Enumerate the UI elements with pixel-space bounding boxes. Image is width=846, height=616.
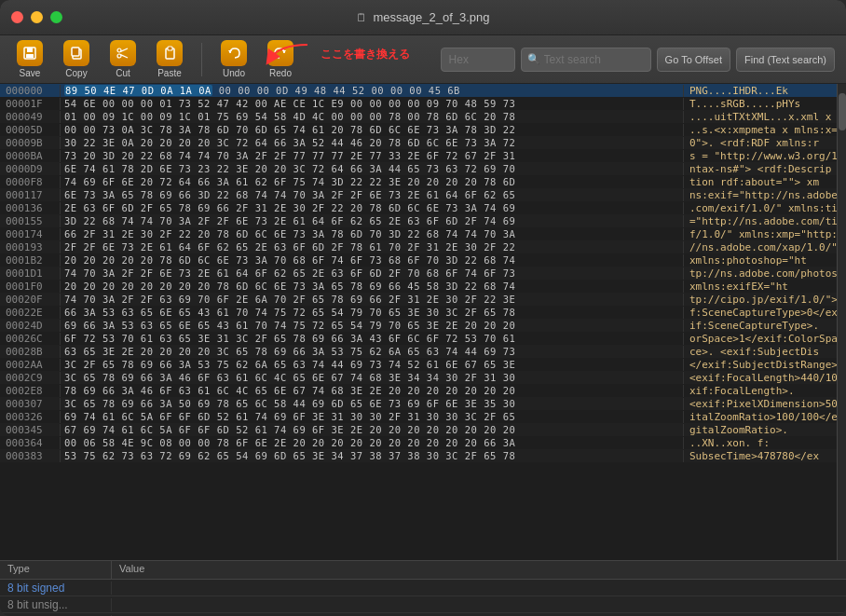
row-address: 000049 bbox=[0, 111, 61, 123]
row-hex-values: 74 69 6F 6E 20 72 64 66 3A 61 62 6F 75 7… bbox=[61, 176, 683, 187]
text-search-input[interactable] bbox=[521, 48, 651, 72]
list-item[interactable]: 8 bit unsig... bbox=[0, 596, 846, 613]
row-hex-values: 53 75 62 73 63 72 69 62 65 54 69 6D 65 3… bbox=[61, 450, 683, 461]
row-ascii-values: .com/exif/1.0/" xmlns:ti bbox=[683, 202, 837, 214]
toolbar-separator-1 bbox=[201, 43, 202, 76]
row-hex-values: 30 22 3E 0A 20 20 20 20 3C 72 64 66 3A 5… bbox=[61, 137, 683, 148]
row-ascii-values: <exif:FocalLength>440/10 bbox=[683, 372, 837, 384]
table-row[interactable]: 0002E878 69 66 3A 46 6F 63 61 6C 4C 65 6… bbox=[0, 384, 837, 397]
row-hex-values: 20 20 20 20 20 20 20 20 78 6D 6C 6E 73 3… bbox=[61, 281, 683, 292]
row-hex-values: 3D 22 68 74 74 70 3A 2F 2F 6E 73 2E 61 6… bbox=[61, 215, 683, 226]
row-address: 000117 bbox=[0, 189, 61, 201]
undo-button[interactable]: Undo bbox=[215, 40, 252, 78]
table-row[interactable]: 00001F54 6E 00 00 00 01 73 52 47 42 00 A… bbox=[0, 97, 837, 110]
table-row[interactable]: 00034567 69 74 61 6C 5A 6F 6F 6D 52 61 7… bbox=[0, 423, 837, 436]
table-row[interactable]: 00005D00 00 73 0A 3C 78 3A 78 6D 70 6D 6… bbox=[0, 123, 837, 136]
list-item[interactable]: 8 bit signed bbox=[0, 580, 846, 596]
row-hex-values: 6F 72 53 70 61 63 65 3E 31 3C 2F 65 78 6… bbox=[61, 333, 683, 344]
maximize-button[interactable] bbox=[50, 11, 62, 23]
row-hex-values: 00 00 73 0A 3C 78 3A 78 6D 70 6D 65 74 6… bbox=[61, 124, 683, 135]
minimize-button[interactable] bbox=[31, 11, 43, 23]
row-hex-values: 2E 63 6F 6D 2F 65 78 69 66 2F 31 2E 30 2… bbox=[61, 202, 683, 213]
undo-label: Undo bbox=[223, 68, 245, 78]
table-row[interactable]: 00017466 2F 31 2E 30 2F 22 20 78 6D 6C 6… bbox=[0, 227, 837, 240]
find-button[interactable]: Find (Text search) bbox=[736, 48, 835, 72]
row-ascii-values: ..s.<x:xmpmeta x mlns:x=" bbox=[683, 124, 837, 136]
row-ascii-values: T....sRGB.....pHYs bbox=[683, 98, 837, 110]
title-bar: 🗒 message_2_of_3.png bbox=[0, 0, 846, 35]
table-row[interactable]: 00020F74 70 3A 2F 2F 63 69 70 6F 2E 6A 7… bbox=[0, 293, 837, 306]
table-row[interactable]: 00000089 50 4E 47 0D 0A 1A 0A 00 00 00 0… bbox=[0, 84, 837, 97]
svg-rect-10 bbox=[168, 47, 172, 50]
row-ascii-values: SubsecTime>478780</ex bbox=[683, 450, 837, 462]
copy-icon bbox=[63, 40, 89, 66]
row-address: 0002AA bbox=[0, 359, 61, 371]
main-content: 00000089 50 4E 47 0D 0A 1A 0A 00 00 00 0… bbox=[0, 84, 846, 560]
redo-label: Redo bbox=[269, 68, 292, 78]
copy-label: Copy bbox=[65, 68, 87, 78]
table-row[interactable]: 0001932F 2F 6E 73 2E 61 64 6F 62 65 2E 6… bbox=[0, 240, 837, 253]
table-row[interactable]: 0002AA3C 2F 65 78 69 66 3A 53 75 62 6A 6… bbox=[0, 358, 837, 371]
row-hex-values: 66 2F 31 2E 30 2F 22 20 78 6D 6C 6E 73 3… bbox=[61, 228, 683, 240]
row-ascii-values: ce>. <exif:SubjectDis bbox=[683, 346, 837, 358]
table-row[interactable]: 0002C93C 65 78 69 66 3A 46 6F 63 61 6C 4… bbox=[0, 371, 837, 384]
row-ascii-values: //ns.adobe.com/xap/1.0/" bbox=[683, 241, 837, 253]
paste-label: Paste bbox=[157, 68, 182, 78]
row-address: 000326 bbox=[0, 411, 61, 423]
row-hex-values: 20 20 20 20 20 78 6D 6C 6E 73 3A 70 68 6… bbox=[61, 254, 683, 266]
hex-input[interactable] bbox=[441, 48, 515, 72]
goto-offset-button[interactable]: Go To Offset bbox=[657, 48, 730, 72]
row-address: 00009B bbox=[0, 137, 61, 149]
redo-button[interactable]: Redo bbox=[262, 40, 299, 78]
table-row[interactable]: 0001553D 22 68 74 74 70 3A 2F 2F 6E 73 2… bbox=[0, 214, 837, 227]
scrollbar[interactable] bbox=[837, 84, 846, 560]
copy-button[interactable]: Copy bbox=[58, 40, 95, 78]
table-row[interactable]: 0003073C 65 78 69 66 3A 50 69 78 65 6C 5… bbox=[0, 397, 837, 410]
table-row[interactable]: 00036400 06 58 4E 9C 08 00 00 78 6F 6E 2… bbox=[0, 436, 837, 449]
row-hex-values: 6E 73 3A 65 78 69 66 3D 22 68 74 74 70 3… bbox=[61, 189, 683, 200]
table-row[interactable]: 00028B63 65 3E 2E 20 20 20 20 3C 65 78 6… bbox=[0, 345, 837, 358]
close-button[interactable] bbox=[11, 11, 23, 23]
table-row[interactable]: 00026C6F 72 53 70 61 63 65 3E 31 3C 2F 6… bbox=[0, 332, 837, 345]
svg-point-5 bbox=[117, 48, 121, 52]
paste-button[interactable]: Paste bbox=[151, 40, 188, 78]
save-button[interactable]: Save bbox=[11, 40, 48, 78]
row-address: 0001F0 bbox=[0, 281, 61, 293]
row-address: 00024D bbox=[0, 320, 61, 332]
row-hex-values: 78 69 66 3A 46 6F 63 61 6C 4C 65 6E 67 7… bbox=[61, 385, 683, 396]
table-row[interactable]: 0001362E 63 6F 6D 2F 65 78 69 66 2F 31 2… bbox=[0, 201, 837, 214]
table-row[interactable]: 00022E66 3A 53 63 65 6E 65 43 61 70 74 7… bbox=[0, 306, 837, 319]
table-row[interactable]: 00038353 75 62 73 63 72 69 62 65 54 69 6… bbox=[0, 449, 837, 462]
row-ascii-values: f:SceneCaptureType>0</ex bbox=[683, 307, 837, 319]
window-title: 🗒 message_2_of_3.png bbox=[356, 10, 489, 24]
row-address: 00022E bbox=[0, 307, 61, 319]
row-address: 0001B2 bbox=[0, 254, 61, 267]
file-icon: 🗒 bbox=[356, 11, 367, 24]
table-row[interactable]: 0000F874 69 6F 6E 20 72 64 66 3A 61 62 6… bbox=[0, 175, 837, 188]
table-row[interactable]: 00032669 74 61 6C 5A 6F 6F 6D 52 61 74 6… bbox=[0, 410, 837, 423]
table-row[interactable]: 0000BA73 20 3D 20 22 68 74 74 70 3A 2F 2… bbox=[0, 149, 837, 162]
row-address: 0002C9 bbox=[0, 372, 61, 384]
row-address: 0000D9 bbox=[0, 163, 61, 175]
table-row[interactable]: 00004901 00 09 1C 00 09 1C 01 75 69 54 5… bbox=[0, 110, 837, 123]
row-address: 00001F bbox=[0, 98, 61, 110]
svg-rect-4 bbox=[72, 48, 79, 56]
table-row[interactable]: 0001F020 20 20 20 20 20 20 20 78 6D 6C 6… bbox=[0, 280, 837, 293]
inspector-panel: Type Value 8 bit signed8 bit unsig...16 … bbox=[0, 560, 846, 616]
row-ascii-values: </exif:SubjectDistRange> bbox=[683, 359, 837, 371]
row-ascii-values: orSpace>1</exif:ColorSpa bbox=[683, 333, 837, 345]
table-row[interactable]: 00009B30 22 3E 0A 20 20 20 20 3C 72 64 6… bbox=[0, 136, 837, 149]
row-address: 000345 bbox=[0, 424, 61, 436]
table-row[interactable]: 0001D174 70 3A 2F 2F 6E 73 2E 61 64 6F 6… bbox=[0, 267, 837, 280]
cut-button[interactable]: Cut bbox=[104, 40, 142, 78]
row-hex-values: 6E 74 61 78 2D 6E 73 23 22 3E 20 20 3C 7… bbox=[61, 163, 683, 174]
table-row[interactable]: 0000D96E 74 61 78 2D 6E 73 23 22 3E 20 2… bbox=[0, 162, 837, 175]
inspector-type: 8 bit signed bbox=[0, 582, 112, 595]
window-controls bbox=[11, 11, 62, 23]
scrollbar-thumb[interactable] bbox=[839, 93, 846, 130]
row-hex-values: 2F 2F 6E 73 2E 61 64 6F 62 65 2E 63 6F 6… bbox=[61, 241, 683, 253]
row-hex-values: 74 70 3A 2F 2F 6E 73 2E 61 64 6F 62 65 2… bbox=[61, 267, 683, 279]
table-row[interactable]: 00024D69 66 3A 53 63 65 6E 65 43 61 70 7… bbox=[0, 319, 837, 332]
table-row[interactable]: 0001B220 20 20 20 20 78 6D 6C 6E 73 3A 7… bbox=[0, 253, 837, 267]
table-row[interactable]: 0001176E 73 3A 65 78 69 66 3D 22 68 74 7… bbox=[0, 188, 837, 201]
